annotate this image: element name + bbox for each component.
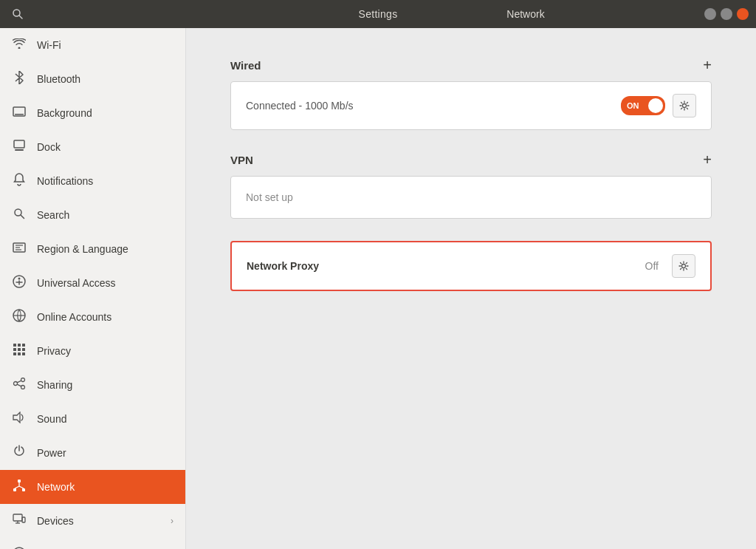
svg-rect-22 — [18, 348, 21, 351]
wired-toggle-label: ON — [621, 101, 639, 110]
proxy-section: Network Proxy Off — [230, 241, 712, 291]
svg-rect-18 — [13, 344, 16, 347]
proxy-gear-button[interactable] — [672, 254, 695, 278]
universal-access-icon — [12, 275, 27, 291]
sidebar-item-details[interactable]: Details › — [0, 538, 185, 549]
maximize-button[interactable] — [721, 8, 732, 20]
search-icon — [12, 208, 27, 222]
svg-point-13 — [18, 278, 21, 280]
wired-connection-label: Connected - 1000 Mb/s — [246, 100, 621, 112]
sidebar-item-online-label: Online Accounts — [37, 311, 173, 323]
svg-rect-34 — [18, 480, 21, 482]
vpn-section-header: VPN + — [230, 152, 712, 167]
sidebar-item-region-label: Region & Language — [37, 243, 173, 255]
sidebar-item-universal[interactable]: Universal Access — [0, 266, 185, 300]
svg-rect-21 — [13, 348, 16, 351]
background-icon — [12, 106, 27, 120]
minimize-button[interactable] — [704, 8, 716, 20]
sidebar-item-universal-label: Universal Access — [37, 277, 173, 289]
vpn-card: Not set up — [230, 176, 712, 219]
vpn-section-title: VPN — [230, 154, 253, 166]
sidebar: Wi-Fi Bluetooth Background — [0, 28, 186, 549]
vpn-add-button[interactable]: + — [703, 152, 712, 167]
privacy-icon — [12, 343, 27, 359]
sidebar-item-wifi-label: Wi-Fi — [37, 39, 173, 51]
sharing-icon — [12, 378, 27, 392]
titlebar: Settings Network — [0, 0, 756, 28]
network-icon — [12, 479, 27, 495]
svg-line-30 — [17, 381, 21, 383]
vpn-status-label: Not set up — [246, 191, 293, 203]
svg-rect-5 — [15, 149, 24, 151]
sidebar-item-power-label: Power — [37, 447, 173, 459]
proxy-card: Network Proxy Off — [230, 241, 712, 291]
search-icon[interactable] — [7, 4, 28, 24]
svg-rect-41 — [22, 517, 25, 522]
sidebar-item-search[interactable]: Search — [0, 198, 185, 232]
svg-point-29 — [14, 382, 18, 386]
sidebar-item-wifi[interactable]: Wi-Fi — [0, 28, 185, 62]
wifi-icon — [12, 38, 27, 52]
svg-line-31 — [17, 384, 21, 386]
proxy-status: Off — [645, 260, 659, 272]
svg-point-47 — [683, 104, 687, 108]
vpn-section: VPN + Not set up — [230, 152, 712, 219]
dock-icon — [12, 140, 27, 154]
sidebar-item-network-label: Network — [37, 481, 173, 493]
svg-line-1 — [19, 16, 22, 18]
wired-toggle-container: ON — [621, 96, 665, 115]
proxy-card-row: Network Proxy Off — [232, 242, 710, 290]
proxy-title: Network Proxy — [247, 260, 645, 272]
svg-rect-24 — [13, 352, 16, 355]
svg-line-38 — [15, 486, 19, 488]
sidebar-item-dock-label: Dock — [37, 141, 173, 153]
svg-rect-40 — [13, 514, 22, 521]
svg-rect-19 — [18, 344, 21, 347]
sidebar-item-region[interactable]: Region & Language — [0, 232, 185, 266]
sidebar-item-devices[interactable]: Devices › — [0, 504, 185, 538]
region-icon — [12, 242, 27, 256]
svg-point-48 — [682, 265, 686, 268]
sidebar-item-online[interactable]: Online Accounts — [0, 300, 185, 334]
sidebar-item-background-label: Background — [37, 107, 173, 119]
sidebar-item-bluetooth-label: Bluetooth — [37, 73, 173, 85]
window-controls — [704, 8, 749, 20]
sidebar-item-sharing[interactable]: Sharing — [0, 368, 185, 402]
wired-section-title: Wired — [230, 59, 261, 72]
sidebar-item-devices-label: Devices — [37, 515, 160, 527]
bluetooth-icon — [12, 71, 27, 87]
sidebar-item-dock[interactable]: Dock — [0, 130, 185, 164]
wired-toggle[interactable]: ON — [621, 96, 665, 115]
sidebar-item-privacy[interactable]: Privacy — [0, 334, 185, 368]
svg-rect-3 — [15, 114, 24, 115]
sidebar-item-bluetooth[interactable]: Bluetooth — [0, 62, 185, 96]
sidebar-item-sharing-label: Sharing — [37, 379, 173, 391]
devices-icon — [12, 514, 27, 528]
sidebar-item-background[interactable]: Background — [0, 96, 185, 130]
svg-marker-32 — [13, 412, 20, 423]
svg-rect-26 — [22, 352, 25, 355]
sidebar-item-sound-label: Sound — [37, 413, 173, 425]
wired-add-button[interactable]: + — [703, 58, 712, 72]
wired-gear-button[interactable] — [673, 94, 696, 117]
svg-rect-25 — [18, 352, 21, 355]
sidebar-item-sound[interactable]: Sound — [0, 402, 185, 436]
svg-point-28 — [21, 386, 25, 389]
sound-icon — [12, 412, 27, 426]
sidebar-item-notifications-label: Notifications — [37, 175, 173, 187]
online-accounts-icon — [12, 309, 27, 325]
sidebar-item-network[interactable]: Network — [0, 470, 185, 504]
wired-section: Wired + Connected - 1000 Mb/s ON — [230, 58, 712, 130]
power-icon — [12, 445, 27, 461]
svg-point-27 — [21, 378, 25, 382]
sidebar-item-privacy-label: Privacy — [37, 345, 173, 357]
svg-rect-36 — [22, 488, 25, 491]
close-button[interactable] — [737, 8, 749, 20]
page-title: Network — [506, 8, 544, 20]
svg-line-39 — [19, 486, 24, 488]
wired-card-row: Connected - 1000 Mb/s ON — [231, 82, 711, 129]
svg-line-7 — [21, 215, 24, 219]
sidebar-item-notifications[interactable]: Notifications — [0, 164, 185, 198]
wired-section-header: Wired + — [230, 58, 712, 72]
sidebar-item-power[interactable]: Power — [0, 436, 185, 470]
